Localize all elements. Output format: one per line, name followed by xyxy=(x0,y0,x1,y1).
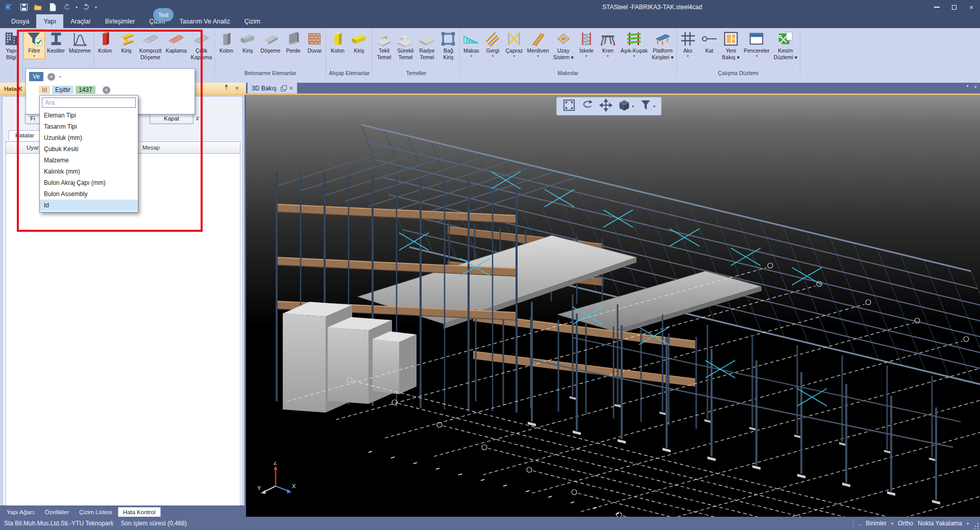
ribbon-button-kompozit-d-eme[interactable]: KompozitDöşeme xyxy=(137,29,164,61)
menu-tab-birle-imler[interactable]: Birleşimler xyxy=(98,14,142,28)
filter-option-eleman-tipi[interactable]: Eleman Tipi xyxy=(40,110,138,121)
ribbon-button-uzay-sistem[interactable]: UzaySistem ▾ xyxy=(551,29,576,61)
status-item-ortho[interactable]: Ortho xyxy=(898,520,913,527)
add-filter-icon[interactable]: + xyxy=(47,73,55,81)
filter-chip-field[interactable]: Id xyxy=(39,86,50,94)
status-item-nokta-yakalama-caret-icon[interactable]: ▾ xyxy=(967,521,969,526)
ribbon-button-s-rekli-temel[interactable]: SürekliTemel xyxy=(395,29,416,61)
ribbon-button-kiri[interactable]: Kiriş xyxy=(237,29,258,55)
logic-and-button[interactable]: Ve xyxy=(29,72,43,81)
undo-caret-icon[interactable]: ▾ xyxy=(76,5,78,10)
ribbon-button-merdiven[interactable]: Merdiven▾ xyxy=(525,29,551,59)
view-cube-icon[interactable] xyxy=(618,99,631,114)
undo-icon[interactable] xyxy=(61,2,72,13)
ribbon-button-kren[interactable]: Kren▾ xyxy=(597,29,619,59)
ribbon-button-kolon[interactable]: Kolon xyxy=(327,29,348,55)
ribbon-button-kat[interactable]: Kat xyxy=(699,29,720,55)
filter-option-uzunluk-mm[interactable]: Uzunluk (mm) xyxy=(40,132,138,143)
ribbon-button-ba-kiri[interactable]: BağKiriş xyxy=(437,29,459,61)
ribbon-button-apraz[interactable]: Çapraz▾ xyxy=(503,29,525,59)
pin-icon[interactable] xyxy=(223,84,230,92)
search-input[interactable] xyxy=(42,98,136,108)
filter-option-ubuk-kesiti[interactable]: Çubuk Kesiti xyxy=(40,143,138,155)
ribbon-button-yap-bilgi[interactable]: YapıBilgi xyxy=(1,29,22,61)
status-item-birimler-caret-icon[interactable]: ▾ xyxy=(891,521,893,526)
ribbon-button-kolon[interactable]: Kolon xyxy=(94,29,116,55)
ribbon-button-platform-kiri-leri[interactable]: PlatformKirişleri ▾ xyxy=(650,29,676,61)
open-icon[interactable] xyxy=(33,2,44,13)
bottom-tab-zellikler[interactable]: Özellikler xyxy=(40,508,74,517)
view-cube-caret-icon[interactable]: ▾ xyxy=(632,104,634,109)
ribbon-button-malzeme[interactable]: Malzeme xyxy=(67,29,93,55)
menu-tab-yap[interactable]: Yapı xyxy=(36,14,63,28)
menu-tab-ara-lar[interactable]: Araçlar xyxy=(63,14,98,28)
view-filter-icon[interactable] xyxy=(639,99,652,114)
status-item-birimler[interactable]: Birimler xyxy=(866,520,887,527)
redo-icon[interactable] xyxy=(81,2,92,13)
filtrele-button-fragment[interactable]: Fi xyxy=(25,113,40,124)
ribbon-button-i-skele[interactable]: İskele▾ xyxy=(576,29,597,59)
ribbon-button-a-k-ku-ak[interactable]: Aşık-Kuşak▾ xyxy=(619,29,650,59)
ribbon-button-tekil-temel[interactable]: TekilTemel xyxy=(373,29,395,61)
menu-tab-dosya[interactable]: Dosya xyxy=(4,14,36,28)
menu-tab-izim-2[interactable]: Çizim xyxy=(237,14,267,28)
filter-option-kal-nl-k-mm[interactable]: Kalınlık (mm) xyxy=(40,166,138,177)
filter-option-bulon-assembly[interactable]: Bulon Assembly xyxy=(40,188,138,200)
ribbon-button-perde[interactable]: Perde xyxy=(282,29,304,55)
redo-caret-icon[interactable]: ▾ xyxy=(95,5,97,10)
ribbon-button-kesitler[interactable]: Kesitler xyxy=(45,29,67,55)
filter-chip-operator[interactable]: Eşittir xyxy=(52,86,74,94)
app-logo-icon[interactable] xyxy=(4,2,15,13)
tabgroup-close-icon[interactable]: × xyxy=(974,84,977,90)
ribbon-button-duvar[interactable]: Duvar xyxy=(304,29,325,55)
close-button[interactable]: × xyxy=(963,0,980,14)
filter-option-bulon-akraj-ap-mm[interactable]: Bulon Akraj Çapı (mm) xyxy=(40,177,138,188)
ribbon-button-kiri[interactable]: Kiriş xyxy=(116,29,137,55)
remove-filter-icon[interactable]: × xyxy=(103,86,110,94)
resize-grip[interactable] xyxy=(973,523,979,529)
filter-chip-value[interactable]: 1437 xyxy=(76,86,95,94)
bottom-tab-hata-kontrol[interactable]: Hata Kontrol xyxy=(118,507,161,517)
ribbon-button-kaplama[interactable]: Kaplama xyxy=(163,29,188,55)
ribbon-button-label: Duvar xyxy=(307,47,322,54)
menu-tab-tasar-m-ve-analiz[interactable]: Tasarım Ve Analiz xyxy=(172,14,237,28)
maximize-button[interactable] xyxy=(945,0,963,14)
column-header-uyari[interactable]: Uyar xyxy=(27,144,39,151)
ribbon-button-aks[interactable]: Aks▾ xyxy=(677,29,699,59)
status-item-nokta-yakalama[interactable]: Nokta Yakalama xyxy=(918,520,962,527)
float-window-icon[interactable] xyxy=(281,86,285,90)
ribbon-button-kesim-d-zlemi[interactable]: KesimDüzlemi ▾ xyxy=(772,29,799,61)
bottom-tab-yap-a-ac[interactable]: Yapı Ağacı xyxy=(2,508,39,517)
filter-option-tasar-m-tipi[interactable]: Tasarım Tipi xyxy=(40,121,138,132)
fit-view-icon[interactable] xyxy=(562,99,576,114)
ribbon-button-gergi[interactable]: Gergi▾ xyxy=(482,29,503,59)
ribbon-button-yeni-bak[interactable]: YeniBakış ▾ xyxy=(720,29,742,61)
ribbon-button-elik-kaplama[interactable]: ÇelikKaplama xyxy=(189,29,214,61)
save-icon[interactable] xyxy=(18,2,30,13)
panel-close-icon[interactable]: × xyxy=(235,84,239,92)
column-header-mesaji[interactable]: Mesajı xyxy=(142,144,160,151)
filter-option-id[interactable]: Id xyxy=(40,200,138,211)
bottom-tab-izim-listesi[interactable]: Çizim Listesi xyxy=(75,508,117,517)
tab-3d-bakis[interactable]: 3D Bakış × xyxy=(248,83,297,93)
view-filter-caret-icon[interactable]: ▾ xyxy=(653,104,655,109)
orbit-icon[interactable] xyxy=(581,99,594,114)
tab-list-caret-icon[interactable]: ▾ xyxy=(967,84,969,90)
3d-canvas[interactable]: ▾▾ ZYX xyxy=(246,95,980,517)
minimize-button[interactable] xyxy=(928,0,945,14)
ribbon-button-makas[interactable]: Makas▾ xyxy=(460,29,482,59)
ribbon-button-kolon[interactable]: Kolon xyxy=(215,29,237,55)
ribbon-button-radye-temel[interactable]: RadyeTemel xyxy=(416,29,437,61)
ribbon-button-kiri[interactable]: Kiriş xyxy=(348,29,370,55)
add-filter-caret-icon[interactable]: ▾ xyxy=(59,75,61,79)
new-doc-icon[interactable] xyxy=(47,2,58,13)
ribbon-button-d-eme[interactable]: Döşeme xyxy=(258,29,282,55)
status-item-x[interactable]: .. xyxy=(858,520,862,527)
ribbon-button-pencereler[interactable]: Pencereler▾ xyxy=(742,29,772,59)
pan-icon[interactable] xyxy=(599,99,612,114)
tab-hatalar[interactable]: Hatalar xyxy=(9,130,41,140)
tab-close-icon[interactable]: × xyxy=(289,85,293,92)
ribbon-button-filtre[interactable]: Filtre▾ xyxy=(23,29,45,59)
kapat-button[interactable]: Kapat xyxy=(150,113,193,124)
filter-option-malzeme[interactable]: Malzeme xyxy=(40,155,138,166)
